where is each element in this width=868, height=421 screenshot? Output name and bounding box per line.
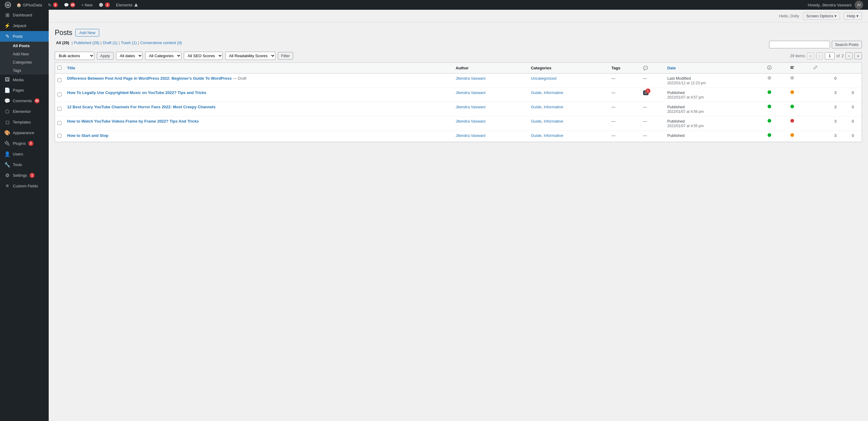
sidebar-item-pages[interactable]: 📄 Pages: [0, 85, 49, 96]
filter-all[interactable]: All (29): [55, 40, 70, 45]
adminbar-updates[interactable]: ↻ 3: [45, 0, 61, 10]
sidebar-item-jetpack[interactable]: ⚡ Jetpack: [0, 21, 49, 31]
sidebar-item-custom-fields[interactable]: ≡ Custom Fields: [0, 181, 49, 191]
post-category-link[interactable]: Guide: [531, 133, 541, 138]
comment-column-icon: 💬: [643, 66, 648, 70]
post-title-link[interactable]: How to Start and Stop: [67, 133, 108, 138]
post-category-link[interactable]: Uncategorized: [531, 76, 556, 80]
wp-content: Hello, Dolly Screen Options ▾ Help ▾ Pos…: [49, 10, 868, 421]
settings-icon: ⚙: [4, 172, 10, 178]
submenu-all-posts[interactable]: All Posts: [0, 42, 49, 50]
adminbar-yoast[interactable]: 2: [96, 0, 113, 10]
post-category-link[interactable]: Guide: [531, 119, 541, 124]
svg-marker-3: [134, 3, 138, 6]
post-author-link[interactable]: Jitendra Vaswani: [456, 105, 486, 109]
last-page-button[interactable]: »: [854, 52, 862, 59]
post-category-link[interactable]: Informative: [544, 105, 563, 109]
adminbar-site-name[interactable]: 🏠 GPlusData: [13, 0, 45, 10]
sidebar-item-settings[interactable]: ⚙ Settings 1: [0, 170, 49, 181]
select-all-checkbox[interactable]: [58, 66, 61, 70]
table-row: How To Legally Use Copyrighted Music on …: [55, 88, 862, 102]
adminbar-elements[interactable]: Elements: [113, 0, 141, 10]
sidebar-item-posts[interactable]: ✎ Posts: [0, 31, 49, 42]
post-date-cell: Last Modified 2022/01/12 at 12:23 pm: [664, 74, 758, 88]
sidebar-item-media[interactable]: 🖼 Media: [0, 74, 49, 85]
search-posts-button[interactable]: Search Posts: [832, 41, 862, 48]
wp-logo[interactable]: W: [2, 0, 13, 10]
row-checkbox[interactable]: [58, 134, 61, 138]
row-checkbox-cell: [55, 102, 64, 117]
table-row: 12 Best Scary YouTube Channels For Horro…: [55, 102, 862, 117]
post-title-link[interactable]: Difference Between Post And Page In Word…: [67, 76, 232, 80]
dates-filter-select[interactable]: All dates: [116, 52, 143, 60]
post-author-link[interactable]: Jitendra Vaswani: [456, 133, 486, 138]
post-readability-cell: [781, 88, 804, 102]
post-category-link[interactable]: Informative: [544, 133, 563, 138]
post-author-cell: Jitendra Vaswani: [453, 102, 528, 117]
help-button[interactable]: Help ▾: [844, 12, 862, 20]
post-author-link[interactable]: Jitendra Vaswani: [456, 90, 486, 95]
readability-filter-select[interactable]: All Readability Scores: [225, 52, 275, 60]
main-wrap: Posts Add New All (29) | Published (28) …: [49, 23, 868, 148]
next-page-button[interactable]: ›: [845, 52, 852, 59]
post-comments-cell: —: [640, 74, 664, 88]
hello-dolly-text: Hello, Dolly: [779, 14, 799, 18]
subsubsub: All (29) | Published (28) | Draft (1) | …: [55, 40, 182, 45]
post-category-link[interactable]: Informative: [544, 119, 563, 124]
sidebar-item-plugins[interactable]: 🔌 Plugins 3: [0, 138, 49, 149]
row-checkbox[interactable]: [58, 78, 61, 82]
filter-trash[interactable]: Trash (1): [121, 40, 137, 45]
seo-scores-filter-select[interactable]: All SEO Scores: [184, 52, 223, 60]
filter-button[interactable]: Filter: [278, 52, 293, 60]
th-count2: [844, 63, 862, 74]
filter-published[interactable]: Published (28): [74, 40, 99, 45]
post-category-link[interactable]: Informative: [544, 90, 563, 95]
current-page-input[interactable]: [825, 52, 835, 59]
adminbar-new[interactable]: + New: [78, 0, 96, 10]
submenu-tags[interactable]: Tags: [0, 66, 49, 74]
row-checkbox[interactable]: [58, 121, 61, 125]
svg-rect-6: [790, 66, 794, 67]
sidebar-item-users[interactable]: 👤 Users: [0, 149, 49, 159]
title-sort-link[interactable]: Title: [67, 66, 75, 70]
posts-submenu: All Posts Add New Categories Tags: [0, 42, 49, 74]
post-category-link[interactable]: Guide: [531, 90, 541, 95]
post-title-link[interactable]: How to Watch YouTube Videos Frame by Fra…: [67, 119, 199, 124]
th-author: Author: [453, 63, 528, 74]
submenu-add-new[interactable]: Add New: [0, 50, 49, 58]
filter-draft[interactable]: Draft (1): [103, 40, 118, 45]
apply-button[interactable]: Apply: [97, 52, 114, 60]
categories-filter-select[interactable]: All Categories: [145, 52, 181, 60]
post-author-link[interactable]: Jitendra Vaswani: [456, 76, 486, 80]
dashboard-icon: ⊞: [4, 12, 10, 18]
bulk-actions-select[interactable]: Bulk actions: [55, 52, 94, 60]
post-categories-cell: Guide, Informative: [528, 88, 609, 102]
adminbar-avatar[interactable]: JV: [855, 1, 863, 9]
th-links: [804, 63, 827, 74]
first-page-button[interactable]: «: [807, 52, 814, 59]
date-sort-link[interactable]: Date: [667, 66, 676, 70]
row-checkbox[interactable]: [58, 93, 61, 96]
submenu-categories[interactable]: Categories: [0, 58, 49, 66]
readability-score-icon: [790, 65, 795, 71]
seo-dot: [768, 76, 771, 80]
adminbar-comments[interactable]: 💬 45: [61, 0, 78, 10]
search-input[interactable]: [769, 41, 830, 48]
post-category-link[interactable]: Guide: [531, 105, 541, 109]
admin-menu: ⊞ Dashboard ⚡ Jetpack ✎ Posts All Posts …: [0, 10, 49, 421]
screen-options-button[interactable]: Screen Options ▾: [803, 12, 840, 20]
post-title-link[interactable]: 12 Best Scary YouTube Channels For Horro…: [67, 105, 216, 109]
sidebar-item-tools[interactable]: 🔧 Tools: [0, 159, 49, 170]
add-new-button[interactable]: Add New: [75, 29, 99, 36]
sidebar-item-comments[interactable]: 💬 Comments 45: [0, 96, 49, 106]
filter-cornerstone[interactable]: Cornerstone content (0): [140, 40, 182, 45]
prev-page-button[interactable]: ‹: [816, 52, 823, 59]
post-title-link[interactable]: How To Legally Use Copyrighted Music on …: [67, 90, 207, 95]
sidebar-item-appearance[interactable]: 🎨 Appearance: [0, 127, 49, 138]
row-checkbox[interactable]: [58, 107, 61, 111]
sidebar-item-dashboard[interactable]: ⊞ Dashboard: [0, 10, 49, 21]
row-checkbox-cell: [55, 88, 64, 102]
post-author-link[interactable]: Jitendra Vaswani: [456, 119, 486, 124]
sidebar-item-elementor[interactable]: ⬡ Elementor: [0, 106, 49, 117]
sidebar-item-templates[interactable]: ◻ Templates: [0, 117, 49, 127]
